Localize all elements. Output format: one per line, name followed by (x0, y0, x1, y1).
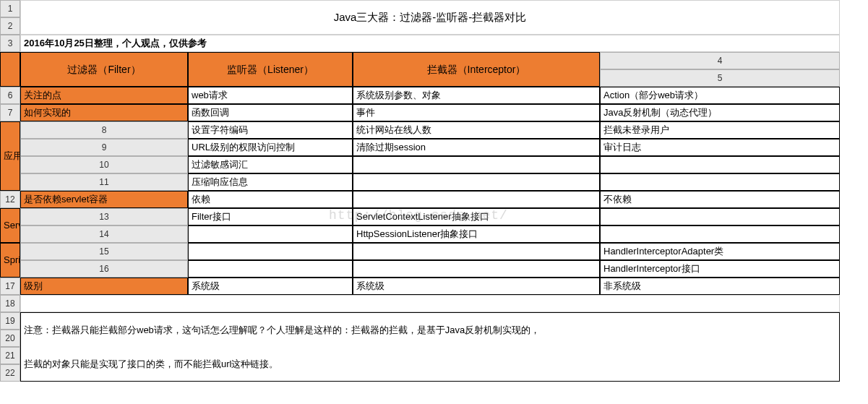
row-header[interactable]: 5 (600, 69, 840, 87)
row-header[interactable]: 4 (600, 52, 840, 69)
scene-filter-4[interactable]: 压缩响应信息 (188, 173, 353, 191)
how-listener[interactable]: 事件 (353, 104, 600, 121)
servlet-filter-1[interactable]: Filter接口 (188, 208, 353, 225)
servlet-listener-1[interactable]: ServletContextListener抽象接口 (353, 208, 600, 225)
header-interceptor[interactable]: 拦截器（Interceptor） (353, 52, 600, 87)
label-spring[interactable]: Spring提供的支持 (0, 243, 20, 278)
spring-interceptor-2[interactable]: HandlerInterceptor接口 (600, 260, 840, 278)
row-header[interactable]: 6 (0, 87, 20, 104)
servlet-filter-2[interactable] (188, 225, 353, 243)
header-filter[interactable]: 过滤器（Filter） (20, 52, 188, 87)
label-servlet[interactable]: Servlet提供的支持 (0, 208, 20, 243)
spring-listener-2[interactable] (353, 260, 600, 278)
scene-listener-2[interactable]: 清除过期session (353, 139, 600, 156)
focus-filter[interactable]: web请求 (188, 87, 353, 104)
row-header[interactable]: 8 (20, 121, 188, 139)
row-header[interactable]: 22 (0, 364, 20, 382)
row-header[interactable]: 16 (20, 260, 188, 278)
scene-interceptor-3[interactable] (600, 156, 840, 173)
servlet-interceptor-2[interactable] (600, 225, 840, 243)
row-header[interactable]: 18 (0, 295, 20, 312)
scene-listener-3[interactable] (353, 156, 600, 173)
row-header[interactable]: 9 (20, 139, 188, 156)
row-header[interactable]: 3 (0, 35, 20, 52)
row-header[interactable]: 14 (20, 225, 188, 243)
spring-interceptor-1[interactable]: HandlerInterceptorAdapter类 (600, 243, 840, 260)
level-interceptor[interactable]: 非系统级 (600, 278, 840, 295)
blank-row[interactable] (20, 295, 840, 312)
depend-filter[interactable]: 依赖 (188, 191, 353, 208)
row-header[interactable]: 10 (20, 156, 188, 173)
row-header[interactable]: 1 (0, 0, 20, 17)
page-title[interactable]: Java三大器：过滤器-监听器-拦截器对比 (20, 0, 840, 35)
row-header[interactable]: 11 (20, 173, 188, 191)
meta-line[interactable]: 2016年10月25日整理，个人观点，仅供参考 (20, 35, 840, 52)
row-header[interactable]: 21 (0, 347, 20, 364)
scene-filter-1[interactable]: 设置字符编码 (188, 121, 353, 139)
scene-filter-3[interactable]: 过滤敏感词汇 (188, 156, 353, 173)
spring-filter-1[interactable] (188, 243, 353, 260)
scene-interceptor-4[interactable] (600, 173, 840, 191)
row-header[interactable]: 2 (0, 17, 20, 35)
row-header[interactable]: 17 (0, 278, 20, 295)
label-focus[interactable]: 关注的点 (20, 87, 188, 104)
scene-interceptor-1[interactable]: 拦截未登录用户 (600, 121, 840, 139)
label-scene[interactable]: 应用场景 (0, 121, 20, 191)
row-header[interactable]: 20 (0, 330, 20, 347)
row-header[interactable]: 7 (0, 104, 20, 121)
row-header[interactable]: 12 (0, 191, 20, 208)
label-level[interactable]: 级别 (20, 278, 188, 295)
spring-filter-2[interactable] (188, 260, 353, 278)
header-blank[interactable] (0, 52, 20, 87)
level-listener[interactable]: 系统级 (353, 278, 600, 295)
spring-listener-1[interactable] (353, 243, 600, 260)
scene-listener-4[interactable] (353, 173, 600, 191)
depend-listener[interactable] (353, 191, 600, 208)
focus-listener[interactable]: 系统级别参数、对象 (353, 87, 600, 104)
scene-interceptor-2[interactable]: 审计日志 (600, 139, 840, 156)
row-header[interactable]: 13 (20, 208, 188, 225)
servlet-listener-2[interactable]: HttpSessionListener抽象接口 (353, 225, 600, 243)
label-depend[interactable]: 是否依赖servlet容器 (20, 191, 188, 208)
depend-interceptor[interactable]: 不依赖 (600, 191, 840, 208)
note-line-1[interactable]: 注意：拦截器只能拦截部分web请求，这句话怎么理解呢？个人理解是这样的：拦截器的… (20, 312, 840, 347)
level-filter[interactable]: 系统级 (188, 278, 353, 295)
header-listener[interactable]: 监听器（Listener） (188, 52, 353, 87)
how-filter[interactable]: 函数回调 (188, 104, 353, 121)
spreadsheet[interactable]: 1 Java三大器：过滤器-监听器-拦截器对比 2 3 2016年10月25日整… (0, 0, 868, 382)
row-header[interactable]: 19 (0, 312, 20, 330)
how-interceptor[interactable]: Java反射机制（动态代理） (600, 104, 840, 121)
focus-interceptor[interactable]: Action（部分web请求） (600, 87, 840, 104)
label-how[interactable]: 如何实现的 (20, 104, 188, 121)
row-header[interactable]: 15 (20, 243, 188, 260)
servlet-interceptor-1[interactable] (600, 208, 840, 225)
scene-filter-2[interactable]: URL级别的权限访问控制 (188, 139, 353, 156)
scene-listener-1[interactable]: 统计网站在线人数 (353, 121, 600, 139)
note-line-2[interactable]: 拦截的对象只能是实现了接口的类，而不能拦截url这种链接。 (20, 347, 840, 382)
